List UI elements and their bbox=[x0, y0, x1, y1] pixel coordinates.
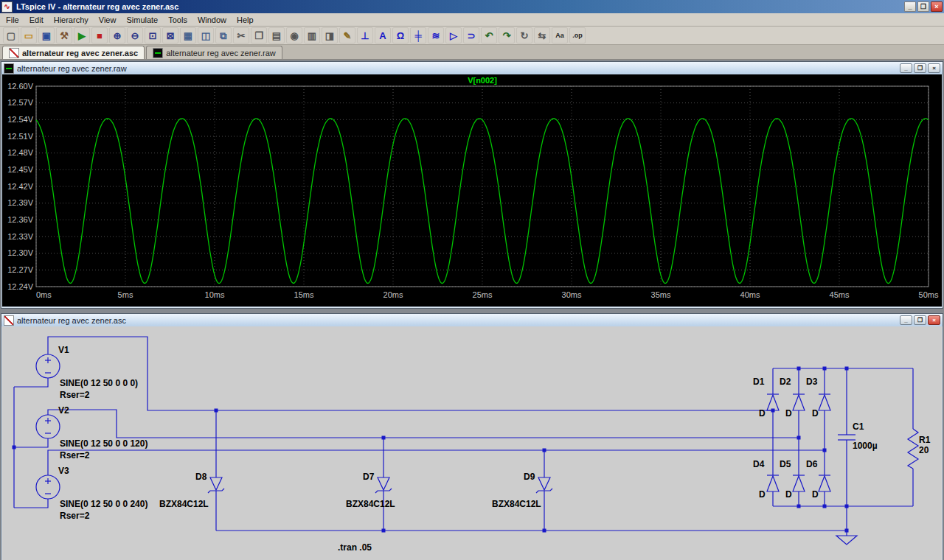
open-file-icon[interactable]: ▭ bbox=[21, 27, 37, 43]
print-preview-icon[interactable]: ◨ bbox=[322, 27, 338, 43]
zoom-area-icon[interactable]: ⊡ bbox=[145, 27, 161, 43]
restore-button[interactable]: ❐ bbox=[914, 63, 926, 73]
component-value[interactable]: D bbox=[812, 489, 819, 500]
trace-label[interactable]: V[n002] bbox=[468, 76, 497, 85]
component-name[interactable]: D9 bbox=[524, 472, 535, 482]
component-name[interactable]: V2 bbox=[58, 405, 69, 416]
print-icon[interactable]: ▥ bbox=[304, 27, 320, 43]
zoom-in-icon[interactable]: ⊕ bbox=[109, 27, 125, 43]
spice-directive-icon[interactable]: .op bbox=[569, 27, 586, 43]
component-value[interactable]: SINE(0 12 50 0 0 120) bbox=[60, 438, 148, 449]
save-icon[interactable]: ▣ bbox=[38, 27, 55, 43]
text-tool-icon[interactable]: Aa bbox=[552, 27, 568, 43]
component-value[interactable]: D bbox=[759, 408, 766, 419]
component-value[interactable]: D bbox=[785, 489, 792, 500]
place-label-icon[interactable]: A bbox=[375, 27, 391, 43]
component-d1[interactable] bbox=[767, 394, 779, 410]
menu-help[interactable]: Help bbox=[232, 15, 259, 25]
run-icon[interactable]: ▶ bbox=[74, 27, 90, 43]
tab-schematic-file[interactable]: alternateur reg avec zener.asc bbox=[2, 46, 145, 59]
component-c1[interactable] bbox=[838, 435, 856, 440]
component-name[interactable]: D4 bbox=[753, 459, 765, 469]
waveform-pane[interactable]: 12.60V12.57V12.54V12.51V12.48V12.45V12.4… bbox=[2, 74, 942, 307]
control-panel-icon[interactable]: ⚒ bbox=[56, 27, 72, 43]
rotate-icon[interactable]: ↻ bbox=[516, 27, 532, 43]
zoom-full-extents-icon[interactable]: ⊠ bbox=[162, 27, 178, 43]
minimize-button[interactable]: _ bbox=[904, 1, 916, 12]
component-name[interactable]: D2 bbox=[780, 377, 791, 387]
component-value[interactable]: Rser=2 bbox=[60, 390, 90, 400]
place-resistor-icon[interactable]: Ω bbox=[392, 27, 409, 43]
component-v1[interactable] bbox=[36, 354, 60, 378]
component-value[interactable]: BZX84C12L bbox=[346, 499, 395, 509]
tile-windows-icon[interactable]: ◫ bbox=[198, 27, 214, 43]
draw-wire-icon[interactable]: ✎ bbox=[339, 27, 355, 43]
component-name[interactable]: D1 bbox=[753, 377, 765, 387]
find-icon[interactable]: ◉ bbox=[286, 27, 302, 43]
halt-icon[interactable]: ■ bbox=[91, 27, 108, 43]
component-d8[interactable] bbox=[208, 477, 224, 493]
component-d4[interactable] bbox=[767, 475, 779, 491]
component-d3[interactable] bbox=[819, 394, 830, 410]
component-name[interactable]: V3 bbox=[58, 466, 69, 476]
component-name[interactable]: D6 bbox=[806, 459, 818, 469]
component-name[interactable]: D8 bbox=[195, 472, 207, 482]
undo-icon[interactable]: ↶ bbox=[481, 27, 497, 43]
close-button[interactable]: × bbox=[928, 315, 940, 325]
component-d2[interactable] bbox=[793, 394, 805, 410]
component-d6[interactable] bbox=[819, 475, 830, 491]
menu-view[interactable]: View bbox=[94, 15, 122, 25]
schematic-pane[interactable]: V1 SINE(0 12 50 0 0 0) Rser=2 V2 SINE(0 … bbox=[2, 326, 942, 560]
place-diode-icon[interactable]: ▷ bbox=[445, 27, 462, 43]
menu-tools[interactable]: Tools bbox=[163, 15, 192, 25]
minimize-button[interactable]: _ bbox=[900, 315, 912, 325]
menu-file[interactable]: File bbox=[1, 15, 24, 25]
close-button[interactable]: × bbox=[928, 63, 940, 73]
component-r1[interactable] bbox=[908, 429, 918, 469]
menu-hierarchy[interactable]: Hierarchy bbox=[49, 15, 94, 25]
waveform-window-titlebar[interactable]: alternateur reg avec zener.raw _ ❐ × bbox=[1, 62, 943, 74]
cascade-windows-icon[interactable]: ⧉ bbox=[215, 27, 232, 43]
component-name[interactable]: D7 bbox=[363, 472, 375, 482]
component-value[interactable]: Rser=2 bbox=[60, 450, 90, 461]
component-value[interactable]: D bbox=[812, 408, 819, 419]
place-component-icon[interactable]: ⊃ bbox=[463, 27, 479, 43]
component-value[interactable]: BZX84C12L bbox=[159, 499, 209, 509]
restore-button[interactable]: ❐ bbox=[917, 1, 929, 12]
component-value[interactable]: 1000µ bbox=[853, 441, 878, 451]
cut-icon[interactable]: ✂ bbox=[233, 27, 249, 43]
component-name[interactable]: C1 bbox=[853, 421, 864, 432]
schematic-window-titlebar[interactable]: alternateur reg avec zener.asc _ ❐ × bbox=[1, 314, 943, 326]
ground-symbol[interactable] bbox=[836, 536, 857, 545]
component-d9[interactable] bbox=[536, 477, 552, 493]
redo-icon[interactable]: ↷ bbox=[499, 27, 515, 43]
component-v3[interactable] bbox=[36, 475, 60, 499]
mirror-icon[interactable]: ⇆ bbox=[534, 27, 550, 43]
component-name[interactable]: D5 bbox=[780, 459, 791, 469]
spice-directive[interactable]: .tran .05 bbox=[338, 542, 372, 553]
restore-button[interactable]: ❐ bbox=[914, 315, 926, 325]
tab-waveform-file[interactable]: alternateur reg avec zener.raw bbox=[146, 46, 282, 59]
schematic-canvas[interactable]: V1 SINE(0 12 50 0 0 0) Rser=2 V2 SINE(0 … bbox=[2, 326, 943, 560]
place-inductor-icon[interactable]: ≋ bbox=[428, 27, 444, 43]
paste-icon[interactable]: ▤ bbox=[268, 27, 285, 43]
zoom-out-icon[interactable]: ⊖ bbox=[127, 27, 143, 43]
show-grid-icon[interactable]: ▦ bbox=[180, 27, 196, 43]
component-value[interactable]: SINE(0 12 50 0 0 240) bbox=[60, 499, 148, 509]
place-ground-icon[interactable]: ⊥ bbox=[357, 27, 373, 43]
copy-icon[interactable]: ❐ bbox=[251, 27, 267, 43]
component-name[interactable]: R1 bbox=[919, 435, 931, 445]
component-name[interactable]: D3 bbox=[806, 377, 818, 387]
component-value[interactable]: D bbox=[759, 489, 766, 500]
component-value[interactable]: 20 bbox=[919, 445, 929, 455]
menu-window[interactable]: Window bbox=[192, 15, 232, 25]
waveform-canvas[interactable]: 12.60V12.57V12.54V12.51V12.48V12.45V12.4… bbox=[2, 74, 943, 307]
menu-edit[interactable]: Edit bbox=[24, 15, 49, 25]
component-v2[interactable] bbox=[36, 415, 60, 438]
component-value[interactable]: SINE(0 12 50 0 0 0) bbox=[60, 378, 138, 388]
component-value[interactable]: BZX84C12L bbox=[492, 499, 541, 509]
new-schematic-icon[interactable]: ▢ bbox=[3, 27, 19, 43]
place-capacitor-icon[interactable]: ╪ bbox=[410, 27, 426, 43]
component-value[interactable]: D bbox=[785, 408, 792, 419]
component-d5[interactable] bbox=[793, 475, 805, 491]
